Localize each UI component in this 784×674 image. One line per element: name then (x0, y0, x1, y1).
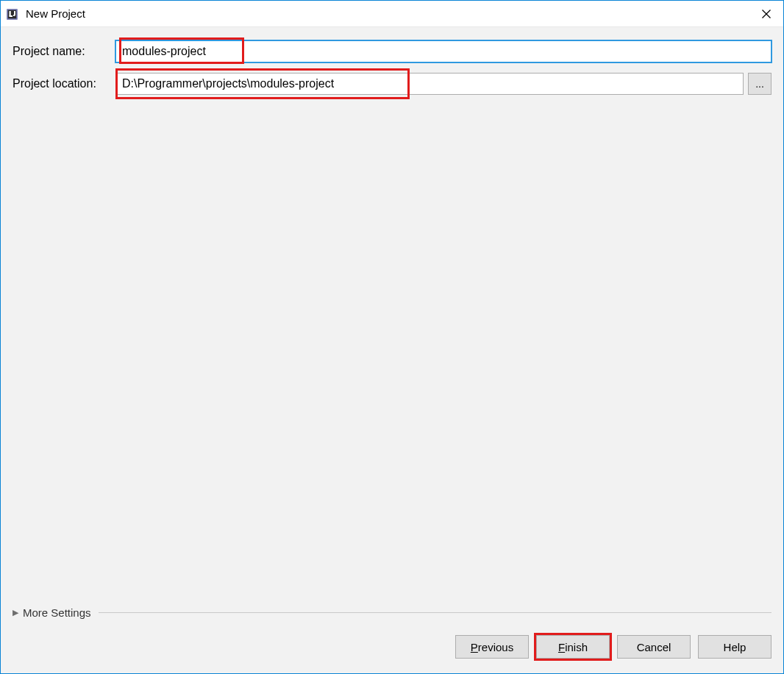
svg-rect-2 (10, 11, 11, 16)
project-location-input[interactable] (115, 73, 744, 95)
more-settings-section: ▶ More Settings (13, 606, 771, 629)
cancel-button[interactable]: Cancel (617, 635, 691, 659)
window-title: New Project (26, 7, 85, 20)
project-location-row: Project location: ... (13, 73, 771, 95)
app-icon (5, 6, 21, 22)
previous-button[interactable]: Previous (455, 635, 529, 659)
dialog-content: Project name: Project location: ... (1, 27, 783, 629)
close-icon (762, 10, 771, 18)
svg-rect-0 (7, 10, 17, 19)
separator-line (99, 612, 771, 613)
more-settings-label: More Settings (23, 606, 91, 619)
browse-button[interactable]: ... (748, 73, 771, 95)
more-settings-toggle[interactable]: ▶ More Settings (13, 606, 91, 619)
finish-button[interactable]: Finish (536, 635, 610, 659)
project-name-label: Project name: (13, 45, 115, 58)
close-button[interactable] (749, 1, 783, 27)
ellipsis-icon: ... (755, 78, 764, 90)
new-project-dialog: New Project Project name: Project locati… (0, 0, 784, 674)
svg-rect-3 (10, 15, 13, 17)
help-button[interactable]: Help (698, 635, 771, 659)
titlebar: New Project (1, 1, 783, 27)
button-bar: Previous Finish Cancel Help (1, 629, 783, 673)
project-name-input[interactable] (115, 40, 771, 62)
chevron-right-icon: ▶ (13, 608, 18, 617)
project-name-row: Project name: (13, 40, 771, 62)
project-location-label: Project location: (13, 77, 115, 90)
